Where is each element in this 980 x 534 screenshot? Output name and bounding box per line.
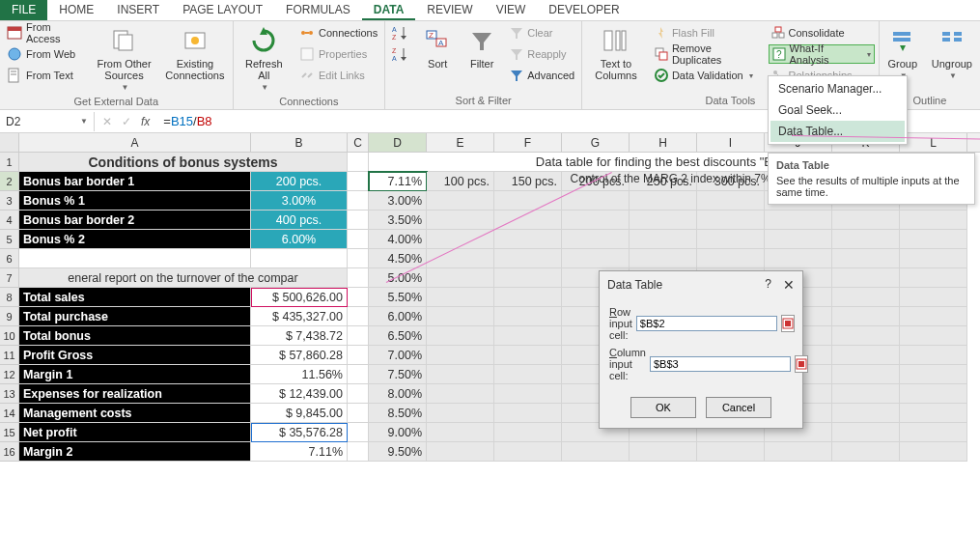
- row-header-9[interactable]: 9: [0, 307, 19, 326]
- col-header-L[interactable]: L: [900, 133, 967, 152]
- cell[interactable]: [427, 230, 494, 249]
- row-header-3[interactable]: 3: [0, 191, 19, 211]
- tab-page-layout[interactable]: PAGE LAYOUT: [171, 0, 274, 20]
- cell[interactable]: [630, 249, 697, 268]
- row-header-7[interactable]: 7: [0, 268, 19, 288]
- cell[interactable]: [900, 326, 967, 346]
- row-input-cell[interactable]: [636, 316, 777, 331]
- cell[interactable]: [765, 442, 832, 462]
- cell[interactable]: [900, 249, 967, 268]
- cell[interactable]: [348, 172, 369, 191]
- tab-formulas[interactable]: FORMULAS: [274, 0, 362, 20]
- cell[interactable]: Bonus bar border 1: [19, 172, 251, 191]
- cell[interactable]: 8.00%: [369, 384, 427, 404]
- cell[interactable]: [494, 268, 562, 288]
- cell[interactable]: 5.50%: [369, 288, 427, 307]
- flash-fill-button[interactable]: Flash Fill: [652, 23, 763, 42]
- cell[interactable]: [630, 191, 697, 211]
- row-header-14[interactable]: 14: [0, 404, 19, 423]
- cell[interactable]: $ 7,438.72: [251, 326, 348, 346]
- filter-button[interactable]: Filter: [462, 23, 501, 71]
- cell[interactable]: [494, 326, 562, 346]
- cell[interactable]: [494, 346, 562, 365]
- cell[interactable]: [630, 211, 697, 230]
- cell[interactable]: [348, 404, 369, 423]
- cell[interactable]: 6.00%: [369, 307, 427, 326]
- report-title[interactable]: eneral report on the turnover of the com…: [19, 268, 348, 288]
- cell[interactable]: [427, 423, 494, 442]
- cell[interactable]: [348, 211, 369, 230]
- row-header-10[interactable]: 10: [0, 326, 19, 346]
- cell[interactable]: $ 435,327.00: [251, 307, 348, 326]
- cell[interactable]: 7.50%: [369, 365, 427, 384]
- cell[interactable]: [427, 404, 494, 423]
- cell[interactable]: [900, 384, 967, 404]
- cell[interactable]: Bonus % 2: [19, 230, 251, 249]
- sort-desc-button[interactable]: ZA: [389, 44, 412, 64]
- name-box[interactable]: D2▼: [0, 112, 95, 131]
- cell[interactable]: [494, 384, 562, 404]
- cell[interactable]: 11.56%: [251, 365, 348, 384]
- cell[interactable]: 200 pcs.: [251, 172, 348, 191]
- cell[interactable]: [562, 191, 630, 211]
- row-header-12[interactable]: 12: [0, 365, 19, 384]
- cell[interactable]: [427, 249, 494, 268]
- col-header-C[interactable]: C: [348, 133, 369, 152]
- row-header-16[interactable]: 16: [0, 442, 19, 462]
- cell[interactable]: [765, 230, 832, 249]
- refresh-all-button[interactable]: Refresh All▼: [238, 23, 291, 94]
- cell[interactable]: Profit Gross: [19, 346, 251, 365]
- cell[interactable]: 7.00%: [369, 346, 427, 365]
- tab-file[interactable]: FILE: [0, 0, 47, 20]
- ungroup-button[interactable]: Ungroup▼: [928, 23, 976, 82]
- cell[interactable]: [832, 307, 900, 326]
- cell[interactable]: 3.00%: [369, 191, 427, 211]
- col-header-F[interactable]: F: [494, 133, 562, 152]
- text-to-columns-button[interactable]: Text to Columns: [586, 23, 646, 83]
- goal-seek-item[interactable]: Goal Seek...: [770, 99, 905, 121]
- cell[interactable]: [348, 326, 369, 346]
- cell[interactable]: Total bonus: [19, 326, 251, 346]
- cell[interactable]: [765, 249, 832, 268]
- cell[interactable]: [900, 365, 967, 384]
- properties-button[interactable]: Properties: [296, 44, 380, 64]
- tab-data[interactable]: DATA: [362, 0, 416, 20]
- cell[interactable]: [494, 404, 562, 423]
- row-header-6[interactable]: 6: [0, 249, 19, 268]
- conditions-title[interactable]: Conditions of bonus systems: [19, 153, 348, 172]
- cell[interactable]: [251, 249, 348, 268]
- cell[interactable]: [697, 442, 765, 462]
- cell[interactable]: [494, 288, 562, 307]
- cell[interactable]: 6.50%: [369, 326, 427, 346]
- cell[interactable]: [494, 442, 562, 462]
- cell[interactable]: [697, 249, 765, 268]
- cell[interactable]: [900, 423, 967, 442]
- what-if-analysis-button[interactable]: ?What-If Analysis▾: [769, 44, 875, 64]
- cell[interactable]: [427, 346, 494, 365]
- cell[interactable]: Total purchase: [19, 307, 251, 326]
- cell[interactable]: [427, 384, 494, 404]
- cell[interactable]: [427, 211, 494, 230]
- existing-connections-button[interactable]: Existing Connections: [161, 23, 228, 83]
- data-table-item[interactable]: Data Table...: [770, 121, 905, 142]
- cell[interactable]: Margin 1: [19, 365, 251, 384]
- col-ref-picker-icon[interactable]: [795, 355, 808, 373]
- cell[interactable]: [19, 249, 251, 268]
- from-other-sources-button[interactable]: From Other Sources▼: [93, 23, 155, 94]
- cell[interactable]: $ 500,626.00: [251, 288, 348, 307]
- col-header-B[interactable]: B: [251, 133, 348, 152]
- cell[interactable]: [348, 384, 369, 404]
- cell[interactable]: [697, 230, 765, 249]
- tab-insert[interactable]: INSERT: [105, 0, 171, 20]
- tab-home[interactable]: HOME: [47, 0, 105, 20]
- from-access-button[interactable]: From Access: [4, 23, 87, 42]
- cell[interactable]: [832, 211, 900, 230]
- cell[interactable]: [494, 307, 562, 326]
- clear-button[interactable]: Clear: [507, 23, 577, 42]
- edit-links-button[interactable]: Edit Links: [296, 66, 380, 85]
- col-header-D[interactable]: D: [369, 133, 427, 152]
- cell[interactable]: Bonus bar border 2: [19, 211, 251, 230]
- cell[interactable]: [900, 346, 967, 365]
- from-text-button[interactable]: From Text: [4, 66, 87, 85]
- cell[interactable]: Bonus % 1: [19, 191, 251, 211]
